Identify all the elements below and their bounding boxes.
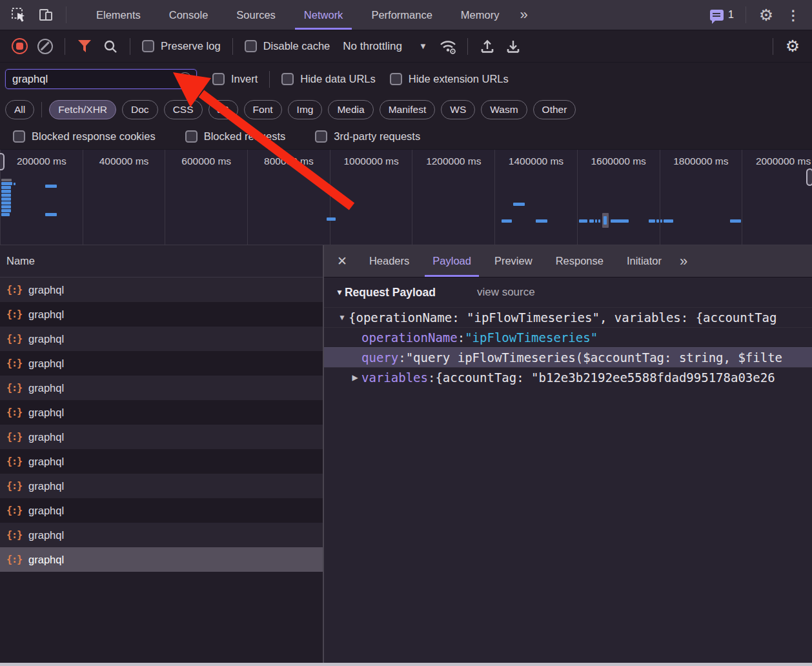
request-list-panel: Name {:}graphql{:}graphql{:}graphql{:}gr… [0,245,323,663]
network-overview-timeline[interactable]: 200000 ms400000 ms600000 ms800000 ms1000… [0,150,812,245]
detail-tab-initiator[interactable]: Initiator [615,245,673,277]
view-source-link[interactable]: view source [477,286,535,299]
clear-filter-icon[interactable]: ✕ [178,72,192,86]
device-toolbar-icon[interactable] [36,5,56,25]
tab-sources[interactable]: Sources [222,0,290,30]
chip-css[interactable]: CSS [164,100,203,119]
network-settings-icon[interactable]: ⚙ [782,36,803,57]
tab-network[interactable]: Network [290,0,358,30]
payload-tree-row[interactable]: ▶variables: {accountTag: "b12e3b2192ee55… [324,367,812,387]
chip-all[interactable]: All [5,100,34,119]
divider [746,6,746,23]
main-menu-icon[interactable]: ⋮ [784,5,803,25]
divider [269,71,270,88]
request-name: graphql [28,529,64,541]
payload-tree-row[interactable]: ▼{operationName: "ipFlowTimeseries", var… [324,307,812,327]
chip-fetch-xhr[interactable]: Fetch/XHR [49,100,116,119]
chip-media[interactable]: Media [328,100,373,119]
invert-checkbox[interactable]: Invert [212,73,258,85]
table-row[interactable]: {:}graphql [0,498,323,523]
tab-elements[interactable]: Elements [82,0,155,30]
search-icon[interactable] [100,36,121,57]
import-har-icon[interactable] [477,36,498,57]
payload-tree-row[interactable]: query: "query ipFlowTimeseries($accountT… [324,347,812,367]
chip-other[interactable]: Other [533,100,576,119]
json-request-icon: {:} [6,431,22,443]
request-name: graphql [28,358,64,370]
chip-js[interactable]: JS [208,100,238,119]
table-row[interactable]: {:}graphql [0,302,323,327]
more-detail-tabs-icon[interactable]: » [673,253,694,270]
export-har-icon[interactable] [503,36,523,57]
blocked-requests-checkbox[interactable]: Blocked requests [185,130,286,143]
table-row[interactable]: {:}graphql [0,425,323,449]
collapse-triangle-icon[interactable]: ▼ [336,288,343,297]
chip-manifest[interactable]: Manifest [380,100,436,119]
preserve-log-checkbox[interactable]: Preserve log [142,40,221,52]
record-button[interactable] [9,36,30,57]
request-timing-bar [604,216,607,225]
payload-key: variables [361,370,428,385]
table-row[interactable]: {:}graphql [0,400,323,425]
close-icon[interactable]: ✕ [324,254,358,268]
expander-icon[interactable]: ▶ [349,373,361,382]
table-row[interactable]: {:}graphql [0,376,323,400]
request-timing-bar [598,219,600,223]
disable-cache-checkbox[interactable]: Disable cache [245,40,330,52]
overview-right-grip[interactable] [806,168,812,186]
payload-colon: : [458,330,465,345]
table-row[interactable]: {:}graphql [0,278,323,302]
chip-doc[interactable]: Doc [122,100,158,119]
name-column-header[interactable]: Name [0,245,323,278]
detail-tab-payload[interactable]: Payload [421,245,483,277]
timeline-tick-label: 1200000 ms [426,156,481,166]
request-detail-panel: ✕ HeadersPayloadPreviewResponseInitiator… [324,245,812,663]
filter-input[interactable] [12,73,178,85]
checkbox-icon [142,40,154,52]
json-request-icon: {:} [6,456,22,467]
json-request-icon: {:} [6,529,22,541]
payload-tree-row[interactable]: operationName: "ipFlowTimeseries" [324,327,812,347]
more-panels-icon[interactable]: » [513,6,534,23]
payload-colon: : [398,350,405,365]
table-row[interactable]: {:}graphql [0,474,323,498]
expander-icon[interactable]: ▼ [336,313,349,322]
tab-memory[interactable]: Memory [447,0,514,30]
timeline-column: 200000 ms [0,150,83,245]
filter-icon[interactable] [74,36,95,57]
request-timing-bar [1,213,10,216]
chip-font[interactable]: Font [244,100,282,119]
chevron-down-icon: ▼ [419,41,427,51]
payload-pane: ▼ Request Payload view source ▼{operatio… [324,278,812,663]
divider [467,38,468,55]
table-row[interactable]: {:}graphql [0,327,323,351]
table-row[interactable]: {:}graphql [0,449,323,474]
hide-extension-urls-checkbox[interactable]: Hide extension URLs [390,73,509,85]
table-row[interactable]: {:}graphql [0,351,323,376]
3rd-party-requests-checkbox[interactable]: 3rd-party requests [315,130,420,143]
chip-ws[interactable]: WS [441,100,475,119]
chip-img[interactable]: Img [288,100,323,119]
issues-counter[interactable]: 1 [710,9,734,21]
timeline-column: 400000 ms [83,150,165,245]
inspect-element-icon[interactable] [9,5,28,25]
detail-tab-response[interactable]: Response [544,245,615,277]
divider [130,38,130,55]
clear-button[interactable] [35,36,56,57]
hide-data-urls-checkbox[interactable]: Hide data URLs [281,73,375,85]
table-row[interactable]: {:}graphql [0,523,323,547]
network-conditions-icon[interactable] [438,36,458,57]
overview-left-grip[interactable] [0,153,5,170]
checkbox-label: Blocked requests [204,130,286,143]
table-row[interactable]: {:}graphql [0,547,323,572]
settings-icon[interactable]: ⚙ [756,5,776,25]
chip-wasm[interactable]: Wasm [481,100,527,119]
tab-console[interactable]: Console [155,0,223,30]
tab-performance[interactable]: Performance [357,0,446,30]
request-name: graphql [28,480,64,492]
detail-tab-headers[interactable]: Headers [358,245,421,277]
throttling-select[interactable]: No throttling ▼ [343,40,427,53]
blocked-response-cookies-checkbox[interactable]: Blocked response cookies [13,130,156,143]
payload-str: "ipFlowTimeseries" [465,330,598,345]
detail-tab-preview[interactable]: Preview [483,245,544,277]
